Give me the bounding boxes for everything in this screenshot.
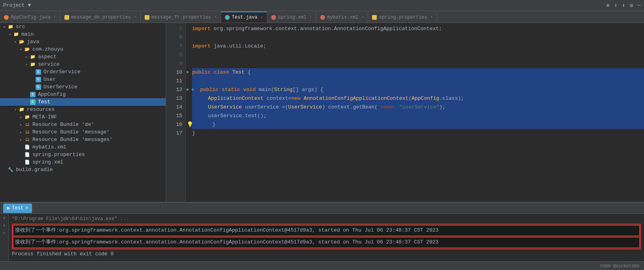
bottom-tab-label: Test	[12, 205, 23, 211]
line-num-8: 8	[169, 51, 182, 59]
tab-mybatis-xml[interactable]: mybatis.xml ×	[316, 11, 368, 23]
tree-arrow-rb-messages: ▸	[18, 137, 24, 142]
tab-spring-properties[interactable]: spring.properties ×	[368, 11, 437, 23]
code-line-9	[192, 59, 644, 68]
folder-icon-aspect: 📁	[29, 54, 36, 60]
tab-icon-spring-xml	[271, 15, 276, 20]
editor-content: 5 6 7 8 9 10 11 12 13 14 15 16 17 import…	[166, 23, 644, 202]
line-num-6: 6	[169, 33, 182, 42]
tree-item-main[interactable]: ▾ 📁 main	[0, 30, 166, 38]
close-tab-message-fr[interactable]: ×	[214, 15, 217, 19]
tree-item-test[interactable]: C Test	[0, 98, 166, 106]
console-icon-2[interactable]: ⬇	[3, 223, 6, 228]
folder-icon-java: 📂	[18, 39, 25, 45]
tree-item-service[interactable]: ▾ 📁 service	[0, 61, 166, 68]
tree-item-appconfig[interactable]: C AppConfig	[0, 91, 166, 98]
tab-label-message-de: message_de.properties	[71, 15, 131, 20]
line-num-17: 17	[169, 129, 182, 138]
code-area[interactable]: import org.springframework.context.annot…	[186, 23, 644, 202]
tab-label-spring-properties: spring.properties	[379, 15, 427, 20]
tab-message-de[interactable]: message_de.properties ×	[60, 11, 141, 23]
run-arrow-10[interactable]: ▶	[187, 69, 189, 76]
line-numbers: 5 6 7 8 9 10 11 12 13 14 15 16 17	[166, 23, 186, 202]
tree-label-resources: resources	[27, 106, 55, 112]
bottom-content[interactable]: "D:\Program File\jdk\64\bin\java.exe" ..…	[9, 214, 644, 261]
folder-icon-rb-de: 🗂	[24, 122, 31, 127]
tab-icon-spring-properties	[372, 15, 377, 20]
tree-item-userservice[interactable]: C UserService	[0, 83, 166, 91]
tree-item-resources[interactable]: ▾ 📁 resources	[0, 106, 166, 113]
close-tab-test[interactable]: ×	[261, 15, 263, 20]
bulb-icon-16[interactable]: 💡	[187, 120, 193, 129]
tree-item-com-zhouyu[interactable]: ▾ 📂 com.zhouyu	[0, 46, 166, 53]
tab-message-fr[interactable]: message_fr.properties ×	[141, 11, 221, 23]
close-tab-message-de[interactable]: ×	[134, 15, 136, 19]
tree-item-build-gradle[interactable]: 🔧 build.gradle	[0, 166, 166, 173]
console-icon-3[interactable]: ↩	[3, 230, 6, 236]
toolbar-icon-5[interactable]: —	[638, 2, 641, 9]
bottom-panel: ▶ Test × ⬆ ⬇ ↩ "D:\Program File\jdk\64\b…	[0, 202, 644, 261]
tree-item-spring-xml[interactable]: 📄 spring.xml	[0, 158, 166, 166]
tree-arrow-rb-message: ▸	[18, 130, 24, 135]
tree-item-user[interactable]: C User	[0, 76, 166, 83]
close-tab-spring-properties[interactable]: ×	[431, 15, 433, 19]
class-icon-appconfig: C	[29, 92, 36, 97]
tab-icon-message-de	[64, 15, 69, 20]
code-line-7: import java.util.Locale;	[192, 42, 644, 51]
folder-icon-rb-messages: 🗂	[24, 137, 31, 143]
sidebar: ▾ 📁 src ▾ 📁 main ▾ 📂 java ▾ 📂 com.zhouyu	[0, 23, 166, 202]
tree-label-spring-xml: spring.xml	[32, 159, 63, 165]
tab-appconfig[interactable]: AppConfig.java ×	[0, 11, 60, 23]
bottom-tab-icon: ▶	[7, 205, 10, 211]
tree-item-meta-inf[interactable]: ▸ 📁 META-INF	[0, 113, 166, 121]
toolbar-icon-4[interactable]: ⚙	[630, 2, 633, 9]
project-title[interactable]: Project ▼	[3, 2, 31, 8]
console-side-icons: ⬆ ⬇ ↩	[0, 214, 9, 261]
tab-icon-test	[225, 15, 230, 20]
tree-label-aspect: aspect	[38, 54, 57, 60]
bottom-tab-test[interactable]: ▶ Test ×	[3, 203, 32, 213]
tree-item-spring-properties[interactable]: 📄 spring.properties	[0, 151, 166, 158]
console-wrapper: ⬆ ⬇ ↩ "D:\Program File\jdk\64\bin\java.e…	[0, 214, 644, 261]
tab-spring-xml[interactable]: spring.xml ×	[267, 11, 316, 23]
code-line-15: userService.test();	[192, 112, 644, 120]
run-arrow-12[interactable]: ▶	[187, 86, 189, 93]
toolbar-icon-3[interactable]: ⬆	[622, 2, 625, 9]
bottom-tab-close[interactable]: ×	[25, 205, 28, 211]
status-bar: CSDN @nickel369	[0, 261, 644, 270]
close-tab-spring-xml[interactable]: ×	[310, 15, 312, 19]
tree-label-main: main	[21, 31, 34, 37]
tab-label-test: Test.java	[232, 15, 257, 20]
toolbar-icon-2[interactable]: ⬇	[614, 2, 618, 9]
tree-item-rb-messages[interactable]: ▸ 🗂 Resource Bundle 'messages'	[0, 136, 166, 143]
tree-label-userservice: UserService	[43, 84, 77, 90]
tree-label-build-gradle: build.gradle	[16, 167, 53, 173]
line-num-5: 5	[169, 25, 182, 33]
code-line-12: ▶ ◈ public static void main(String[] arg…	[192, 86, 644, 94]
tree-label-rb-de: Resource Bundle 'de'	[32, 122, 94, 127]
tree-item-rb-message[interactable]: ▸ 🗂 Resource Bundle 'message'	[0, 128, 166, 136]
tree-item-rb-de[interactable]: ▸ 🗂 Resource Bundle 'de'	[0, 121, 166, 128]
top-bar: Project ▼ ⊕ ⬇ ⬆ ⚙ —	[0, 0, 644, 11]
file-icon-spring-properties: 📄	[24, 152, 31, 158]
tree-label-rb-messages: Resource Bundle 'messages'	[32, 137, 113, 143]
toolbar-icon-1[interactable]: ⊕	[606, 2, 610, 9]
console-icon-1[interactable]: ⬆	[3, 215, 6, 221]
tree-arrow-rb-de: ▸	[18, 122, 24, 127]
tab-label-message-fr: message_fr.properties	[151, 15, 211, 20]
code-line-6	[192, 33, 644, 42]
tree-item-aspect[interactable]: ▸ 📁 aspect	[0, 53, 166, 61]
close-tab-appconfig[interactable]: ×	[54, 15, 56, 19]
tree-label-orderservice: OrderService	[43, 69, 81, 75]
tab-test[interactable]: Test.java ×	[221, 11, 267, 23]
line-num-14: 14	[169, 103, 182, 112]
tree-item-java[interactable]: ▾ 📂 java	[0, 38, 166, 46]
tree-item-mybatis-xml[interactable]: 📄 mybatis.xml	[0, 143, 166, 151]
tree-item-orderservice[interactable]: C OrderService	[0, 68, 166, 76]
tree-item-src[interactable]: ▾ 📁 src	[0, 23, 166, 30]
class-icon-user: C	[35, 77, 42, 82]
status-text: CSDN @nickel369	[600, 264, 639, 268]
folder-icon-main: 📁	[13, 32, 20, 37]
close-tab-mybatis-xml[interactable]: ×	[361, 15, 364, 19]
code-line-10: ▶ public class Test {	[192, 68, 644, 77]
